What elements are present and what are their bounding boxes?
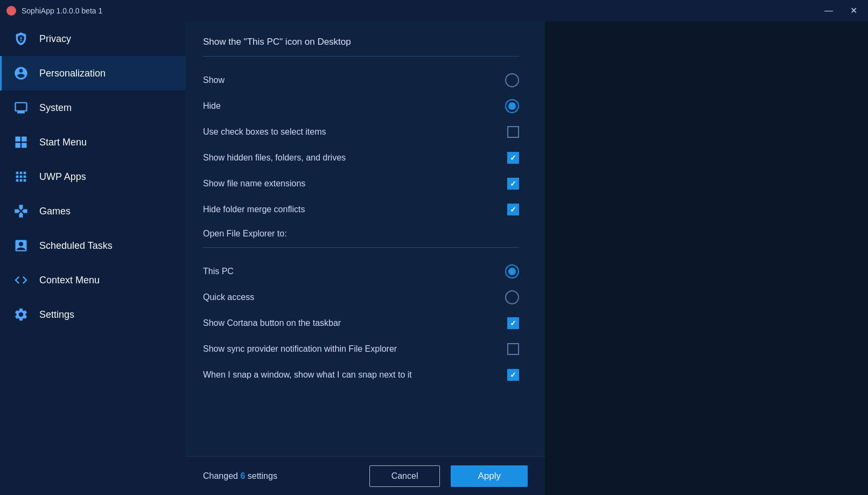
- setting-row-hidden-files: Show hidden files, folders, and drives: [203, 145, 519, 171]
- setting-label-this-pc: This PC: [203, 266, 505, 277]
- setting-label-quick-access: Quick access: [203, 292, 505, 303]
- setting-row-snap-window: When I snap a window, show what I can sn…: [203, 362, 519, 388]
- sidebar-label-context-menu: Context Menu: [39, 275, 100, 286]
- sidebar-label-uwp-apps: UWP Apps: [39, 171, 86, 183]
- sidebar-label-games: Games: [39, 206, 71, 217]
- sidebar-item-scheduled-tasks[interactable]: Scheduled Tasks: [0, 228, 186, 263]
- setting-row-this-pc: This PC: [203, 259, 519, 284]
- sidebar-label-start-menu: Start Menu: [39, 137, 87, 148]
- sidebar-label-scheduled-tasks: Scheduled Tasks: [39, 240, 113, 252]
- context-menu-icon: [12, 271, 30, 289]
- setting-label-sync-provider: Show sync provider notification within F…: [203, 344, 507, 355]
- app-icon: [6, 6, 16, 16]
- games-icon: [12, 203, 30, 220]
- radio-this-pc[interactable]: [505, 264, 519, 278]
- setting-label-folder-merge: Hide folder merge conflicts: [203, 204, 507, 215]
- checkbox-hidden-files[interactable]: [507, 152, 519, 164]
- uwp-apps-icon: [12, 168, 30, 185]
- personalization-icon: [12, 65, 30, 82]
- content-scroll[interactable]: Show the "This PC" icon on Desktop Show …: [186, 22, 545, 456]
- setting-row-show: Show: [203, 67, 519, 93]
- close-button[interactable]: ✕: [846, 5, 862, 16]
- radio-hide[interactable]: [505, 99, 519, 113]
- checkbox-cortana[interactable]: [507, 317, 519, 329]
- sidebar-label-settings: Settings: [39, 309, 74, 320]
- explorer-sublabel: Open File Explorer to:: [203, 222, 519, 243]
- setting-label-snap-window: When I snap a window, show what I can sn…: [203, 369, 507, 381]
- sidebar-item-uwp-apps[interactable]: UWP Apps: [0, 159, 186, 194]
- setting-row-check-boxes: Use check boxes to select items: [203, 119, 519, 145]
- setting-row-file-extensions: Show file name extensions: [203, 171, 519, 197]
- setting-label-hide: Hide: [203, 101, 505, 112]
- content-area: Show the "This PC" icon on Desktop Show …: [186, 22, 545, 495]
- right-empty-area: [545, 22, 868, 495]
- sidebar-item-settings[interactable]: Settings: [0, 297, 186, 332]
- setting-label-file-extensions: Show file name extensions: [203, 178, 507, 190]
- sidebar: Privacy Personalization System Start Men…: [0, 22, 186, 495]
- checkbox-sync-provider[interactable]: [507, 343, 519, 355]
- window-controls: — ✕: [820, 5, 862, 16]
- setting-row-hide: Hide: [203, 93, 519, 119]
- footer-bar: Changed 6 settings Cancel Apply: [186, 456, 545, 495]
- sidebar-item-games[interactable]: Games: [0, 194, 186, 228]
- checkbox-folder-merge[interactable]: [507, 204, 519, 215]
- sidebar-item-privacy[interactable]: Privacy: [0, 22, 186, 56]
- apply-button[interactable]: Apply: [451, 465, 528, 487]
- checkbox-check-boxes[interactable]: [507, 126, 519, 138]
- checkbox-file-extensions[interactable]: [507, 178, 519, 190]
- minimize-button[interactable]: —: [820, 5, 837, 16]
- setting-label-show: Show: [203, 75, 505, 86]
- section-title: Show the "This PC" icon on Desktop: [203, 37, 519, 47]
- title-bar: SophiApp 1.0.0.0 beta 1 — ✕: [0, 0, 868, 22]
- setting-row-cortana: Show Cortana button on the taskbar: [203, 310, 519, 336]
- setting-row-quick-access: Quick access: [203, 284, 519, 310]
- footer-count: 6: [240, 471, 245, 480]
- section-divider: [203, 56, 519, 57]
- main-container: Privacy Personalization System Start Men…: [0, 22, 868, 495]
- sidebar-label-personalization: Personalization: [39, 68, 106, 79]
- setting-row-folder-merge: Hide folder merge conflicts: [203, 197, 519, 222]
- app-title: SophiApp 1.0.0.0 beta 1: [22, 6, 820, 15]
- explorer-divider: [203, 247, 519, 248]
- sidebar-label-system: System: [39, 102, 72, 114]
- settings-icon: [12, 306, 30, 323]
- footer-changed-text: Changed: [203, 471, 240, 480]
- setting-row-sync-provider: Show sync provider notification within F…: [203, 336, 519, 362]
- radio-quick-access[interactable]: [505, 290, 519, 304]
- setting-label-check-boxes: Use check boxes to select items: [203, 127, 507, 138]
- cancel-button[interactable]: Cancel: [369, 465, 440, 487]
- start-menu-icon: [12, 134, 30, 151]
- system-icon: [12, 99, 30, 116]
- checkbox-snap-window[interactable]: [507, 369, 519, 381]
- sidebar-item-system[interactable]: System: [0, 90, 186, 125]
- setting-label-cortana: Show Cortana button on the taskbar: [203, 318, 507, 329]
- footer-settings-text: settings: [248, 471, 277, 480]
- radio-show[interactable]: [505, 73, 519, 87]
- sidebar-item-start-menu[interactable]: Start Menu: [0, 125, 186, 159]
- sidebar-label-privacy: Privacy: [39, 33, 71, 45]
- scheduled-tasks-icon: [12, 237, 30, 254]
- footer-status: Changed 6 settings: [203, 471, 359, 481]
- setting-label-hidden-files: Show hidden files, folders, and drives: [203, 152, 507, 164]
- sidebar-item-personalization[interactable]: Personalization: [0, 56, 186, 90]
- sidebar-item-context-menu[interactable]: Context Menu: [0, 263, 186, 297]
- privacy-icon: [12, 30, 30, 47]
